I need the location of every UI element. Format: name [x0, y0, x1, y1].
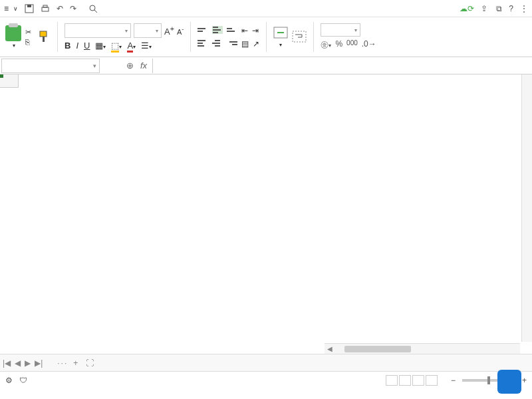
- page-break-view-button[interactable]: [412, 375, 424, 386]
- collapse-ribbon-icon[interactable]: ⧉: [496, 4, 502, 13]
- first-sheet-icon[interactable]: |◀: [3, 358, 11, 368]
- vertical-scrollbar[interactable]: [521, 74, 532, 342]
- last-sheet-icon[interactable]: ▶|: [35, 358, 43, 368]
- formula-bar[interactable]: [152, 59, 532, 73]
- format-painter-icon: [37, 30, 51, 43]
- align-bottom-button[interactable]: [227, 26, 237, 34]
- undo-icon[interactable]: ↶: [57, 4, 63, 13]
- reading-view-button[interactable]: [426, 375, 438, 386]
- increase-decimal-button[interactable]: .0→: [362, 39, 376, 51]
- align-top-button[interactable]: [198, 26, 208, 34]
- paste-icon[interactable]: [5, 25, 21, 41]
- save-icon[interactable]: [25, 4, 34, 13]
- scissors-icon: ✂: [25, 28, 31, 37]
- increase-font-icon[interactable]: A+: [164, 25, 174, 37]
- align-middle-button[interactable]: [212, 26, 223, 34]
- next-sheet-icon[interactable]: ▶: [25, 358, 31, 368]
- cloud-sync-icon[interactable]: ☁⟳: [460, 4, 474, 13]
- merge-center-button[interactable]: ▾: [273, 27, 288, 48]
- align-right-button[interactable]: [227, 39, 237, 47]
- borders-button[interactable]: ▦▾: [95, 41, 106, 51]
- phonetic-button[interactable]: ☰▾: [141, 41, 152, 51]
- protect-status[interactable]: 🛡: [19, 376, 27, 385]
- search-icon: [88, 4, 98, 13]
- cut-button[interactable]: ✂: [25, 28, 33, 37]
- font-color-button[interactable]: A▾: [127, 41, 136, 51]
- comma-button[interactable]: 000: [346, 39, 358, 51]
- select-all-triangle[interactable]: [0, 74, 19, 88]
- bold-button[interactable]: B: [65, 41, 70, 51]
- copy-icon: ⎘: [25, 38, 30, 46]
- function-wizard-icon[interactable]: ⊕: [126, 61, 134, 70]
- help-icon[interactable]: ?: [509, 4, 513, 13]
- chevron-down-icon: ∨: [13, 5, 18, 12]
- scrollbar-thumb[interactable]: [344, 346, 411, 352]
- percent-button[interactable]: %: [335, 39, 342, 51]
- search-button[interactable]: [88, 4, 100, 13]
- format-painter-button[interactable]: [37, 30, 51, 45]
- wrap-icon: [292, 31, 307, 43]
- wps-badge-icon: [497, 370, 521, 394]
- currency-button[interactable]: ㊎▾: [321, 39, 331, 51]
- merge-across-button[interactable]: ▤: [241, 39, 249, 49]
- decrease-font-icon[interactable]: A-: [177, 26, 184, 36]
- more-sheets-icon[interactable]: ···: [57, 358, 68, 368]
- copy-button[interactable]: ⎘: [25, 38, 33, 46]
- font-size-select[interactable]: ▾: [134, 23, 162, 38]
- zoom-out-button[interactable]: −: [451, 376, 456, 385]
- svg-line-5: [94, 10, 97, 13]
- hamburger-icon[interactable]: ≡: [4, 4, 9, 13]
- font-name-select[interactable]: ▾: [65, 23, 131, 38]
- chevron-down-icon: ▾: [93, 63, 96, 69]
- svg-rect-10: [293, 31, 306, 42]
- settings-icon[interactable]: ⚙: [5, 376, 13, 385]
- svg-rect-6: [40, 31, 47, 37]
- svg-point-4: [90, 5, 95, 11]
- underline-button[interactable]: U: [84, 41, 90, 51]
- print-icon[interactable]: [41, 4, 50, 13]
- redo-icon[interactable]: ↷: [70, 4, 76, 13]
- decrease-indent-button[interactable]: ⇤: [241, 26, 248, 35]
- fullscreen-icon[interactable]: ⛶: [86, 358, 94, 368]
- auto-wrap-button[interactable]: [292, 31, 307, 44]
- file-menu[interactable]: ∨: [9, 5, 21, 12]
- horizontal-scrollbar[interactable]: ◀: [325, 343, 520, 354]
- orientation-button[interactable]: ↗: [253, 39, 259, 49]
- name-box[interactable]: ▾: [1, 59, 100, 73]
- new-sheet-icon[interactable]: +: [73, 358, 78, 368]
- svg-rect-2: [42, 7, 49, 11]
- normal-view-button[interactable]: [386, 375, 398, 386]
- align-center-button[interactable]: [212, 39, 223, 47]
- fill-color-button[interactable]: ⬚▾: [111, 41, 122, 51]
- align-left-button[interactable]: [198, 39, 208, 47]
- number-format-select[interactable]: ▾: [321, 23, 360, 37]
- italic-button[interactable]: I: [76, 41, 78, 51]
- increase-indent-button[interactable]: ⇥: [252, 26, 259, 35]
- prev-sheet-icon[interactable]: ◀: [15, 358, 21, 368]
- share-button[interactable]: ⇪: [481, 4, 489, 13]
- merge-icon: [273, 27, 288, 39]
- svg-rect-7: [43, 37, 45, 42]
- more-icon[interactable]: ⋮: [520, 4, 528, 13]
- paste-button[interactable]: ▾: [11, 43, 15, 49]
- page-layout-view-button[interactable]: [399, 375, 411, 386]
- fx-icon[interactable]: fx: [140, 61, 147, 70]
- wps-watermark: [497, 370, 525, 394]
- svg-rect-1: [27, 5, 31, 7]
- svg-rect-3: [43, 5, 47, 7]
